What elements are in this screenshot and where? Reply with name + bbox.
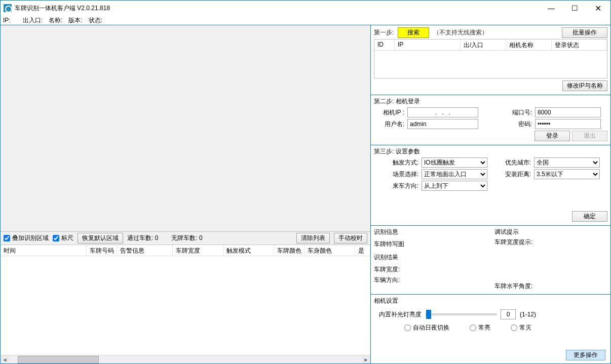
th-io[interactable]: 出/入口	[461, 39, 506, 50]
search-note: （不支持无线搜索）	[433, 28, 488, 37]
scene-select[interactable]: 正常地面出入口	[422, 169, 487, 179]
th-body-color[interactable]: 车身颜色	[304, 245, 355, 256]
app-window: 车牌识别一体机客户端 V2.0.21.818 — ☐ ✕ IP: 出入口: 名称…	[0, 0, 611, 364]
scroll-left-arrow-icon[interactable]: ◄	[1, 356, 9, 363]
noplate-count-label: 无牌车数: 0	[171, 234, 202, 242]
vehicle-dir-label: 车辆方向:	[374, 276, 405, 285]
step1-panel: 第一步: 搜索 （不支持无线搜索） 批量操作 ID IP 出/入口 相机名称 登…	[371, 25, 610, 95]
result-table-body	[1, 256, 370, 355]
port-input[interactable]	[535, 107, 601, 117]
closeup-label: 车牌特写图	[374, 240, 405, 249]
th-trigger[interactable]: 触发模式	[223, 245, 274, 256]
ruler-checkbox[interactable]: 标尺	[53, 234, 73, 242]
result-label: 识别结果	[374, 253, 405, 262]
debug-title: 调试提示	[494, 228, 607, 236]
titlebar: 车牌识别一体机客户端 V2.0.21.818 — ☐ ✕	[1, 1, 610, 16]
closeup-image	[408, 238, 489, 250]
overlay-checkbox-label: 叠加识别区域	[12, 234, 49, 242]
user-label: 用户名:	[374, 120, 404, 129]
th-more[interactable]: 是	[355, 245, 370, 256]
radio-on[interactable]: 常亮	[470, 323, 490, 332]
th-alarm[interactable]: 告警信息	[117, 245, 173, 256]
modify-ip-button[interactable]: 修改IP与名称	[562, 80, 607, 91]
radio-off[interactable]: 常灭	[511, 323, 531, 332]
app-icon	[4, 4, 12, 12]
step3-panel: 第三步: 设置参数 触发方式: IO线圈触发 优先城市: 全国 场景选择: 正常…	[371, 145, 610, 226]
angle-label: 车牌水平角度:	[494, 282, 532, 291]
cam-ip-label: 相机IP :	[374, 108, 404, 117]
version-label: 版本:	[68, 16, 82, 25]
th-id[interactable]: ID	[374, 39, 395, 50]
restore-default-button[interactable]: 恢复默认区域	[78, 233, 123, 244]
scroll-right-arrow-icon[interactable]: ►	[362, 356, 370, 363]
th-ip[interactable]: IP	[395, 39, 461, 50]
fill-light-slider[interactable]	[426, 313, 497, 315]
minimize-button[interactable]: —	[540, 1, 563, 16]
width-label: 车牌宽度:	[374, 265, 405, 274]
fill-light-range: (1-12)	[520, 311, 536, 318]
width-box	[408, 264, 439, 274]
scrollbar-thumb[interactable]	[18, 356, 99, 363]
overlay-checkbox-input[interactable]	[4, 235, 10, 241]
overlay-checkbox[interactable]: 叠加识别区域	[4, 234, 49, 242]
pwd-input[interactable]	[535, 119, 601, 129]
left-toolbar: 叠加识别区域 标尺 恢复默认区域 通过车数: 0 无牌车数: 0 清除列表 手动…	[1, 231, 370, 245]
login-button[interactable]: 登录	[534, 131, 570, 141]
th-login[interactable]: 登录状态	[552, 39, 607, 50]
th-width[interactable]: 车牌宽度	[173, 245, 223, 256]
user-input[interactable]	[407, 119, 478, 129]
scene-label: 场景选择:	[374, 170, 418, 179]
ruler-checkbox-label: 标尺	[61, 234, 73, 242]
entrance-label: 出入口:	[23, 16, 43, 25]
step1-label: 第一步:	[374, 28, 394, 37]
th-time[interactable]: 时间	[1, 245, 87, 256]
ruler-checkbox-input[interactable]	[53, 235, 59, 241]
window-title: 车牌识别一体机客户端 V2.0.21.818	[15, 4, 110, 13]
cam-ip-input[interactable]	[407, 107, 478, 117]
left-pane: 叠加识别区域 标尺 恢复默认区域 通过车数: 0 无牌车数: 0 清除列表 手动…	[1, 25, 371, 363]
cam-settings-title: 相机设置	[374, 297, 607, 305]
passed-count-label: 通过车数: 0	[127, 234, 158, 242]
width-hint-label: 车牌宽度提示:	[494, 238, 532, 247]
pwd-label: 密码:	[505, 120, 532, 129]
maximize-button[interactable]: ☐	[563, 1, 586, 16]
right-pane: 第一步: 搜索 （不支持无线搜索） 批量操作 ID IP 出/入口 相机名称 登…	[371, 25, 610, 363]
fill-light-label: 内置补光灯亮度	[379, 310, 422, 319]
info-bar: IP: 出入口: 名称: 版本: 状态:	[1, 16, 610, 25]
name-label: 名称:	[49, 16, 62, 25]
direction-label: 来车方向:	[374, 182, 418, 190]
step2-label: 第二步: 相机登录	[374, 97, 607, 106]
video-area	[1, 25, 370, 231]
manual-time-button[interactable]: 手动校时	[334, 233, 367, 244]
th-plate[interactable]: 车牌号码	[87, 245, 117, 256]
more-ops-button[interactable]: 更多操作	[566, 350, 605, 360]
close-button[interactable]: ✕	[586, 1, 609, 16]
result-table: 时间 车牌号码 告警信息 车牌宽度 触发模式 车牌颜色 车身颜色 是 ◄ ►	[1, 245, 370, 363]
fill-light-value[interactable]	[501, 309, 516, 319]
result-box	[408, 252, 489, 263]
th-camname[interactable]: 相机名称	[506, 39, 552, 50]
batch-button[interactable]: 批量操作	[562, 27, 607, 38]
step3-label: 第三步: 设置参数	[374, 147, 607, 156]
th-plate-color[interactable]: 车牌颜色	[274, 245, 304, 256]
trigger-label: 触发方式:	[374, 158, 418, 167]
horizontal-scrollbar[interactable]: ◄ ►	[1, 355, 370, 363]
port-label: 端口号:	[505, 108, 532, 117]
recog-title: 识别信息	[374, 228, 489, 236]
distance-label: 安装距离:	[504, 170, 531, 179]
result-table-header: 时间 车牌号码 告警信息 车牌宽度 触发模式 车牌颜色 车身颜色 是	[1, 245, 370, 256]
camera-settings-panel: 相机设置 内置补光灯亮度 (1-12) 自动日夜切换 常亮 常灭 更多操作	[371, 295, 610, 363]
radio-auto[interactable]: 自动日夜切换	[404, 323, 449, 332]
distance-select[interactable]: 3.5米以下	[534, 169, 600, 179]
ip-label: IP:	[3, 17, 11, 24]
trigger-select[interactable]: IO线圈触发	[422, 157, 487, 168]
city-select[interactable]: 全国	[534, 157, 600, 168]
direction-select[interactable]: 从上到下	[422, 181, 487, 191]
recognition-panel: 识别信息 车牌特写图 识别结果 车牌宽度:	[371, 226, 610, 295]
clear-list-button[interactable]: 清除列表	[296, 233, 330, 244]
confirm-button[interactable]: 确定	[572, 211, 607, 222]
status-label: 状态:	[89, 16, 102, 25]
city-label: 优先城市:	[504, 158, 531, 167]
search-button[interactable]: 搜索	[398, 27, 429, 38]
logout-button[interactable]: 退出	[572, 131, 607, 141]
